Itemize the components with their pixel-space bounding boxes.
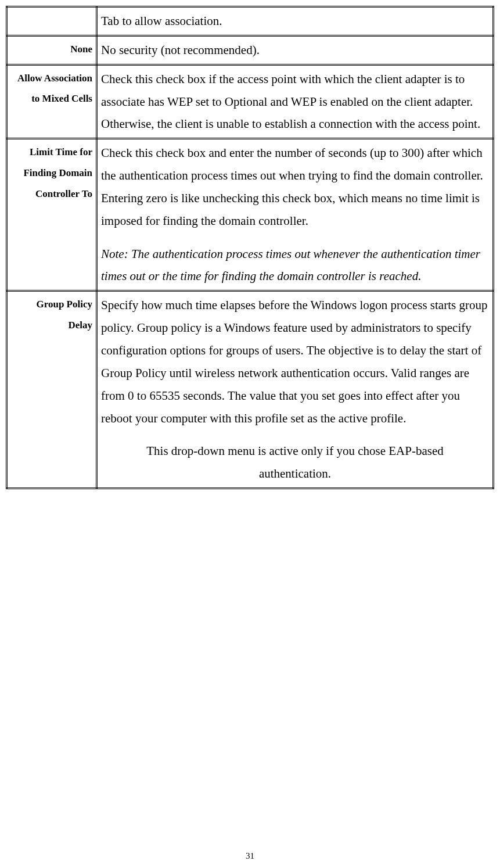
row-label: Allow Association to Mixed Cells [7,64,97,139]
row-centered-note: This drop-down menu is active only if yo… [101,440,489,485]
table-row: Tab to allow association. [7,7,494,36]
row-description: Specify how much time elapses before the… [97,291,494,489]
row-label [7,7,97,36]
table-row: Limit Time for Finding Domain Controller… [7,139,494,291]
row-description: Check this check box if the access point… [97,64,494,139]
row-desc-text: Specify how much time elapses before the… [101,298,487,425]
row-label: Limit Time for Finding Domain Controller… [7,139,97,291]
table-row: None No security (not recommended). [7,35,494,64]
row-desc-text: Check this check box and enter the numbe… [101,146,483,228]
row-label: Group Policy Delay [7,291,97,489]
row-label: None [7,35,97,64]
row-description: No security (not recommended). [97,35,494,64]
row-description: Tab to allow association. [97,7,494,36]
page-number: 31 [0,851,500,861]
table-row: Allow Association to Mixed Cells Check t… [7,64,494,139]
settings-table: Tab to allow association. None No securi… [6,6,494,489]
row-description: Check this check box and enter the numbe… [97,139,494,291]
note-text: Note: The authentication process times o… [101,247,480,284]
row-note: Note: The authentication process times o… [101,243,489,288]
table-row: Group Policy Delay Specify how much time… [7,291,494,489]
